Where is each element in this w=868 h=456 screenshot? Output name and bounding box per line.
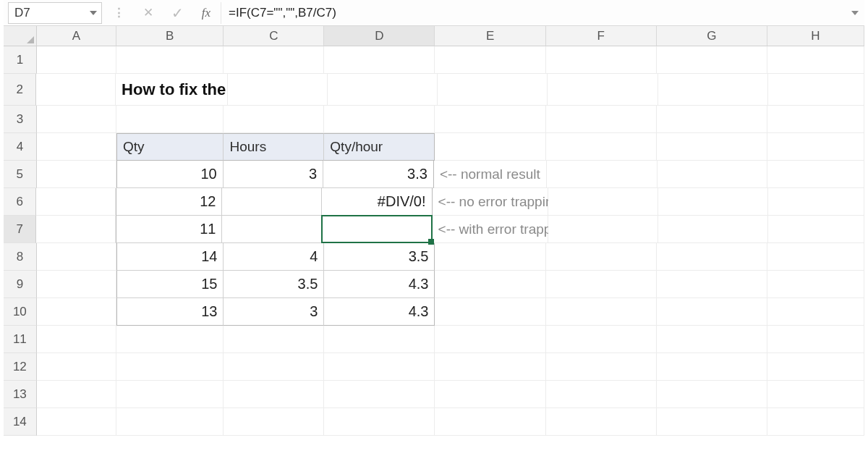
cell-H14[interactable] <box>767 408 864 436</box>
row-header-9[interactable]: 9 <box>4 271 37 298</box>
cell-A7[interactable] <box>36 216 116 243</box>
row-header-7[interactable]: 7 <box>4 216 36 243</box>
cell-G13[interactable] <box>657 381 767 408</box>
cell-D8[interactable]: 3.5 <box>324 243 435 271</box>
cell-D13[interactable] <box>324 381 435 408</box>
row-header-8[interactable]: 8 <box>4 243 37 271</box>
col-header-E[interactable]: E <box>435 26 545 46</box>
cell-F8[interactable] <box>546 243 657 271</box>
enter-formula-icon[interactable]: ✓ <box>163 2 192 24</box>
cell-F9[interactable] <box>546 271 657 298</box>
cell-F1[interactable] <box>546 46 657 74</box>
cell-E1[interactable] <box>435 46 545 74</box>
cell-E9[interactable] <box>435 271 545 298</box>
cell-G9[interactable] <box>657 271 767 298</box>
col-header-C[interactable]: C <box>224 26 324 46</box>
row-header-6[interactable]: 6 <box>4 188 36 216</box>
cell-A11[interactable] <box>37 326 116 353</box>
row-header-2[interactable]: 2 <box>4 74 36 106</box>
cell-F7[interactable] <box>548 216 658 243</box>
cancel-formula-icon[interactable]: ✕ <box>134 2 163 24</box>
cell-F10[interactable] <box>546 298 657 326</box>
cell-E8[interactable] <box>435 243 545 271</box>
row-header-10[interactable]: 10 <box>4 298 37 326</box>
cell-G12[interactable] <box>657 353 767 381</box>
cell-C4[interactable]: Hours <box>224 133 324 161</box>
cell-C5[interactable]: 3 <box>224 161 324 188</box>
cell-H1[interactable] <box>767 46 864 74</box>
cell-H9[interactable] <box>767 271 864 298</box>
cell-H5[interactable] <box>767 161 864 188</box>
cell-G8[interactable] <box>657 243 767 271</box>
cell-D2[interactable] <box>328 74 438 106</box>
cell-D14[interactable] <box>324 408 435 436</box>
row-header-4[interactable]: 4 <box>4 133 37 161</box>
cell-E4[interactable] <box>435 133 545 161</box>
expand-formula-bar-button[interactable] <box>846 11 864 15</box>
cell-A2[interactable] <box>36 74 116 106</box>
cell-G11[interactable] <box>657 326 767 353</box>
cell-B13[interactable] <box>116 381 224 408</box>
cell-B11[interactable] <box>116 326 224 353</box>
cell-C2[interactable] <box>228 74 328 106</box>
cell-G14[interactable] <box>657 408 767 436</box>
cell-B12[interactable] <box>116 353 224 381</box>
cell-C13[interactable] <box>224 381 324 408</box>
cell-A8[interactable] <box>37 243 116 271</box>
cell-E5[interactable]: <-- normal result <box>434 161 547 188</box>
cell-F11[interactable] <box>546 326 657 353</box>
col-header-G[interactable]: G <box>657 26 767 46</box>
cell-E6[interactable]: <-- no error trapping <box>433 188 548 216</box>
cell-H11[interactable] <box>767 326 864 353</box>
cell-B14[interactable] <box>116 408 224 436</box>
cell-B7[interactable]: 11 <box>116 216 222 243</box>
cell-A10[interactable] <box>37 298 116 326</box>
row-header-14[interactable]: 14 <box>4 408 37 436</box>
cell-E14[interactable] <box>435 408 545 436</box>
fx-label[interactable]: fx <box>192 6 221 20</box>
cell-G3[interactable] <box>657 106 767 133</box>
cell-F12[interactable] <box>546 353 657 381</box>
cell-C1[interactable] <box>224 46 324 74</box>
cell-D12[interactable] <box>324 353 435 381</box>
cell-A5[interactable] <box>37 161 116 188</box>
cell-A14[interactable] <box>37 408 116 436</box>
cell-H4[interactable] <box>767 133 864 161</box>
cell-E10[interactable] <box>435 298 545 326</box>
cell-G5[interactable] <box>658 161 768 188</box>
select-all-corner[interactable] <box>4 26 37 46</box>
cell-D9[interactable]: 4.3 <box>324 271 435 298</box>
row-header-1[interactable]: 1 <box>4 46 37 74</box>
row-header-13[interactable]: 13 <box>4 381 37 408</box>
cell-A4[interactable] <box>37 133 116 161</box>
cell-H6[interactable] <box>768 188 864 216</box>
cell-H10[interactable] <box>767 298 864 326</box>
cell-B4[interactable]: Qty <box>116 133 224 161</box>
cell-A1[interactable] <box>37 46 116 74</box>
cell-A12[interactable] <box>37 353 116 381</box>
cell-F14[interactable] <box>546 408 657 436</box>
row-header-11[interactable]: 11 <box>4 326 37 353</box>
cell-E2[interactable] <box>438 74 548 106</box>
cell-D7[interactable] <box>322 216 432 243</box>
cell-G4[interactable] <box>657 133 767 161</box>
cell-F2[interactable] <box>548 74 658 106</box>
cell-G10[interactable] <box>657 298 767 326</box>
cell-E12[interactable] <box>435 353 545 381</box>
cell-B2[interactable]: How to fix the #DIV/0! Error <box>116 74 228 106</box>
col-header-H[interactable]: H <box>767 26 864 46</box>
cell-H7[interactable] <box>768 216 864 243</box>
cell-B5[interactable]: 10 <box>116 161 224 188</box>
cell-H8[interactable] <box>767 243 864 271</box>
cell-G6[interactable] <box>658 188 768 216</box>
cell-D6[interactable]: #DIV/0! <box>322 188 432 216</box>
name-box-dropdown-icon[interactable] <box>90 11 97 15</box>
cell-B10[interactable]: 13 <box>116 298 224 326</box>
cell-C8[interactable]: 4 <box>224 243 324 271</box>
cell-B9[interactable]: 15 <box>116 271 224 298</box>
row-header-12[interactable]: 12 <box>4 353 37 381</box>
cell-C3[interactable] <box>224 106 324 133</box>
formula-input[interactable]: =IF(C7="","",B7/C7) <box>221 2 846 24</box>
cell-C12[interactable] <box>224 353 324 381</box>
cell-F13[interactable] <box>546 381 657 408</box>
